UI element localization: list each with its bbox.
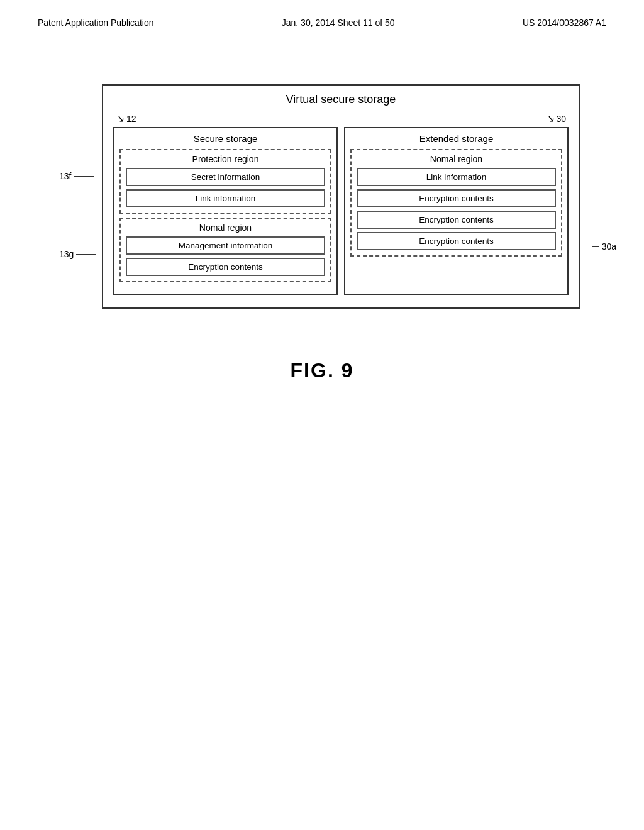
curve-30: ↘ bbox=[546, 113, 554, 124]
ref-30: ↘ 30 bbox=[546, 113, 566, 124]
protection-region-label: Protection region bbox=[126, 154, 325, 164]
page-content: 13f 13g 30a Virtual secure storage ↘ 12 … bbox=[0, 34, 644, 382]
arrow-30a bbox=[592, 246, 599, 247]
encryption-contents-box-secure: Encryption contents bbox=[126, 258, 325, 276]
storage-row: Secure storage Protection region Secret … bbox=[113, 127, 569, 295]
date-sheet-label: Jan. 30, 2014 Sheet 11 of 50 bbox=[282, 18, 395, 28]
arrow-13g bbox=[76, 254, 96, 255]
encryption-contents-box-2: Encryption contents bbox=[357, 211, 556, 229]
extended-storage-box: Extended storage Nomal region Link infor… bbox=[344, 127, 569, 295]
normal-region-extended: Nomal region Link information Encryption… bbox=[350, 149, 562, 257]
vss-container: 13f 13g 30a Virtual secure storage ↘ 12 … bbox=[102, 72, 580, 309]
ref-13g-text: 13g bbox=[59, 249, 74, 259]
publication-label: Patent Application Publication bbox=[38, 18, 153, 28]
encryption-contents-box-3: Encryption contents bbox=[357, 232, 556, 250]
link-information-box-secure: Link information bbox=[126, 189, 325, 208]
secure-storage-box: Secure storage Protection region Secret … bbox=[113, 127, 338, 295]
page-header: Patent Application Publication Jan. 30, … bbox=[0, 0, 644, 34]
ref-13g-label: 13g bbox=[59, 249, 96, 259]
normal-region-extended-label: Nomal region bbox=[357, 154, 556, 164]
normal-region-secure: Nomal region Management information Encr… bbox=[119, 218, 331, 282]
ref-12: ↘ 12 bbox=[116, 113, 136, 124]
curve-12: ↘ bbox=[116, 113, 124, 124]
arrow-13f bbox=[74, 176, 94, 177]
vss-title: Virtual secure storage bbox=[113, 93, 569, 106]
protection-region: Protection region Secret information Lin… bbox=[119, 149, 331, 214]
secure-storage-label: Secure storage bbox=[119, 133, 331, 144]
management-information-box: Management information bbox=[126, 236, 325, 255]
extended-storage-label: Extended storage bbox=[350, 133, 562, 144]
normal-region-secure-label: Nomal region bbox=[126, 223, 325, 233]
ref-13f-label: 13f bbox=[59, 171, 94, 181]
ref-30a-text: 30a bbox=[602, 241, 616, 252]
ref-13f-text: 13f bbox=[59, 171, 71, 181]
secret-information-box: Secret information bbox=[126, 168, 325, 186]
patent-number-label: US 2014/0032867 A1 bbox=[523, 18, 606, 28]
encryption-contents-box-1: Encryption contents bbox=[357, 189, 556, 208]
figure-label: FIG. 9 bbox=[291, 359, 354, 382]
ref-30a-label: 30a bbox=[592, 241, 616, 252]
vss-outer-box: Virtual secure storage ↘ 12 ↘ 30 Secure … bbox=[102, 84, 580, 309]
link-information-box-extended: Link information bbox=[357, 168, 556, 186]
